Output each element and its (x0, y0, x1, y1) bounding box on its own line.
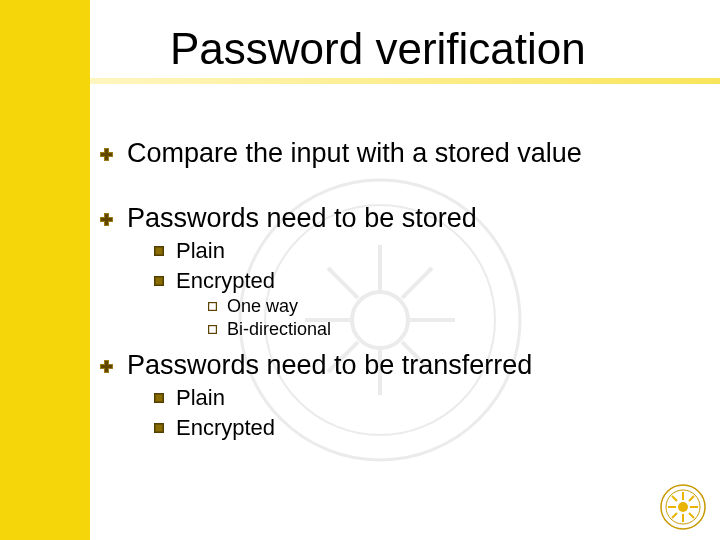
bullet-text: Encrypted (176, 268, 275, 294)
list-item: Passwords need to be transferred (100, 350, 700, 381)
list-item: Compare the input with a stored value (100, 138, 700, 169)
bullet-text: Plain (176, 385, 225, 411)
svg-rect-15 (209, 303, 217, 311)
bullet-text: Compare the input with a stored value (127, 138, 582, 169)
square-bullet-icon (208, 325, 217, 334)
box-bullet-icon (154, 246, 164, 256)
bullet-text: Encrypted (176, 415, 275, 441)
svg-point-23 (678, 502, 688, 512)
plus-bullet-icon (100, 148, 113, 161)
svg-rect-20 (156, 425, 162, 431)
bullet-text: Passwords need to be transferred (127, 350, 532, 381)
svg-rect-18 (156, 395, 162, 401)
title-underline (90, 78, 720, 84)
plus-bullet-icon (100, 213, 113, 226)
list-item: Passwords need to be stored (100, 203, 700, 234)
left-accent-bar (0, 0, 90, 540)
bullet-text: One way (227, 296, 298, 317)
box-bullet-icon (154, 276, 164, 286)
box-bullet-icon (154, 393, 164, 403)
slide-title: Password verification (170, 24, 586, 74)
list-item: Plain (154, 385, 700, 411)
svg-rect-14 (156, 278, 162, 284)
university-sun-logo (660, 484, 706, 530)
box-bullet-icon (154, 423, 164, 433)
slide-body: Compare the input with a stored value Pa… (100, 120, 700, 441)
bullet-text: Bi-directional (227, 319, 331, 340)
bullet-text: Plain (176, 238, 225, 264)
square-bullet-icon (208, 302, 217, 311)
bullet-text: Passwords need to be stored (127, 203, 477, 234)
list-item: Plain (154, 238, 700, 264)
list-item: One way (208, 296, 700, 317)
list-item: Encrypted (154, 268, 700, 294)
list-item: Encrypted (154, 415, 700, 441)
list-item: Bi-directional (208, 319, 700, 340)
svg-rect-12 (156, 248, 162, 254)
plus-bullet-icon (100, 360, 113, 373)
svg-rect-16 (209, 326, 217, 334)
